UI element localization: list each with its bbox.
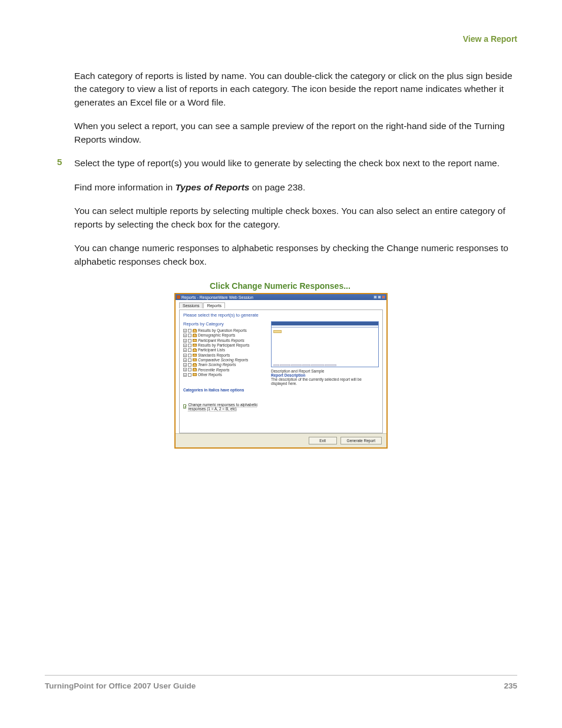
tab-sessions[interactable]: Sessions <box>179 302 203 308</box>
expand-icon[interactable]: + <box>183 329 187 332</box>
window-titlebar: Reports - ResponseWare Web Session <box>176 294 386 300</box>
tree-item[interactable]: +Percentile Reports <box>183 368 269 373</box>
maximize-icon[interactable] <box>378 295 381 299</box>
step-number-5: 5 <box>45 157 74 167</box>
tree-item-label: Participant Results Reports <box>198 338 244 343</box>
exit-button[interactable]: Exit <box>309 437 337 444</box>
tree-item-label: Results by Participant Reports <box>198 343 249 348</box>
tree-item-label: Percentile Reports <box>198 368 229 373</box>
tree-checkbox[interactable] <box>188 373 191 377</box>
paragraph-intro-1: Each category of reports is listed by na… <box>74 70 517 109</box>
tree-item[interactable]: +Other Reports <box>183 373 269 377</box>
folder-icon <box>193 364 197 367</box>
desc-sample-label: Description and Report Sample <box>271 369 379 373</box>
tree-checkbox[interactable] <box>188 334 191 337</box>
report-preview <box>271 321 379 367</box>
expand-icon[interactable]: + <box>183 354 187 357</box>
tree-item-label: Demographic Reports <box>198 333 235 338</box>
window-title: Reports - ResponseWare Web Session <box>181 295 253 299</box>
tree-checkbox[interactable] <box>188 363 191 367</box>
tree-item[interactable]: +Demographic Reports <box>183 333 269 338</box>
tree-checkbox[interactable] <box>188 368 191 371</box>
expand-icon[interactable]: + <box>183 339 187 342</box>
tree-item[interactable]: +Comparative Scoring Reports <box>183 358 269 363</box>
tree-checkbox[interactable] <box>188 348 191 352</box>
folder-icon <box>193 368 197 371</box>
tree-item[interactable]: +Results by Participant Reports <box>183 343 269 348</box>
paragraph-numeric-responses: You can change numeric responses to alph… <box>74 242 517 268</box>
paragraph-multi-select: You can select multiple reports by selec… <box>74 205 517 231</box>
reports-window: Reports - ResponseWare Web Session Sessi… <box>174 293 388 449</box>
footer-guide-title: TurningPoint for Office 2007 User Guide <box>45 681 196 690</box>
crossref-link[interactable]: Types of Reports <box>175 182 249 192</box>
crossref-suffix: on page 238. <box>249 182 305 192</box>
tree-checkbox[interactable] <box>188 339 191 342</box>
expand-icon[interactable]: + <box>183 363 187 367</box>
tree-item-label: Results by Question Reports <box>198 328 247 333</box>
tree-checkbox[interactable] <box>188 344 191 347</box>
folder-icon <box>193 354 197 357</box>
tree-item[interactable]: +Results by Question Reports <box>183 328 269 333</box>
desc-report-description-label: Report Description <box>271 373 379 377</box>
step-5-text: Select the type of report(s) you would l… <box>74 157 500 170</box>
paragraph-intro-2: When you select a report, you can see a … <box>74 120 517 146</box>
desc-placeholder-text: The description of the currently selecte… <box>271 377 379 386</box>
tree-item-label: Comparative Scoring Reports <box>198 358 248 363</box>
expand-icon[interactable]: + <box>183 344 187 347</box>
tree-item-label: Other Reports <box>198 373 222 377</box>
folder-icon <box>193 349 197 352</box>
figure-caption: Click Change Numeric Responses... <box>210 281 517 291</box>
tree-item-label: Participant Lists <box>198 348 225 353</box>
tree-item[interactable]: +Participant Lists <box>183 348 269 353</box>
tree-item-label: Team Scoring Reports <box>198 363 236 367</box>
folder-icon <box>193 334 197 337</box>
instruction-text: Please select the report(s) to generate <box>183 312 379 318</box>
expand-icon[interactable]: + <box>183 348 187 352</box>
change-numeric-checkbox[interactable] <box>183 404 186 409</box>
tab-reports[interactable]: Reports <box>203 302 225 308</box>
footer-page-number: 235 <box>504 681 517 690</box>
close-icon[interactable] <box>382 295 385 299</box>
folder-icon <box>193 339 197 342</box>
italics-options-note: Categories in italics have options <box>183 388 269 392</box>
folder-icon <box>193 330 197 332</box>
expand-icon[interactable]: + <box>183 334 187 337</box>
reports-by-category-label: Reports by Category <box>183 321 269 327</box>
folder-icon <box>193 344 197 347</box>
app-icon <box>177 295 180 299</box>
tree-checkbox[interactable] <box>188 358 191 362</box>
expand-icon[interactable]: + <box>183 358 187 362</box>
tree-item[interactable]: +Team Scoring Reports <box>183 363 269 367</box>
change-numeric-label: Change numeric responses to alphabetic r… <box>188 403 269 411</box>
category-tree: +Results by Question Reports+Demographic… <box>183 328 269 377</box>
paragraph-crossref: Find more information in Types of Report… <box>74 181 517 194</box>
tree-item-label: Standards Reports <box>198 353 230 358</box>
header-section-link[interactable]: View a Report <box>45 34 517 44</box>
minimize-icon[interactable] <box>373 295 377 299</box>
tree-checkbox[interactable] <box>188 354 191 357</box>
tree-checkbox[interactable] <box>188 329 191 332</box>
generate-report-button[interactable]: Generate Report <box>340 437 382 444</box>
expand-icon[interactable]: + <box>183 368 187 371</box>
folder-icon <box>193 358 197 361</box>
tree-item[interactable]: +Participant Results Reports <box>183 338 269 343</box>
folder-icon <box>193 373 197 376</box>
tree-item[interactable]: +Standards Reports <box>183 353 269 358</box>
expand-icon[interactable]: + <box>183 373 187 377</box>
crossref-prefix: Find more information in <box>74 182 175 192</box>
